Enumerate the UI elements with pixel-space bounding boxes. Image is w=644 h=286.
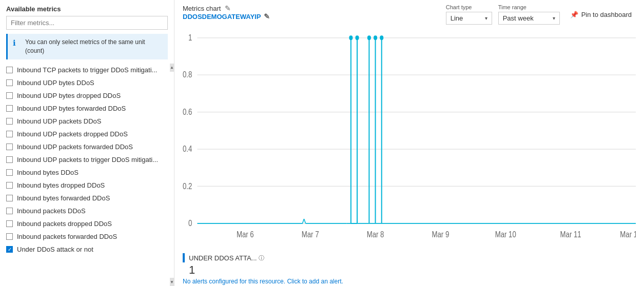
legend-value: 1: [183, 263, 636, 277]
scroll-down-arrow[interactable]: ▼: [170, 278, 174, 286]
info-message: You can only select metrics of the same …: [25, 38, 163, 55]
metric-label: Inbound bytes forwarded DDoS: [17, 194, 110, 202]
info-icon: ℹ: [13, 38, 21, 48]
metric-item[interactable]: Inbound bytes DDoS: [0, 166, 174, 179]
svg-text:Mar 8: Mar 8: [367, 229, 384, 239]
metric-label: Inbound UDP packets DDoS: [17, 117, 102, 125]
chart-subtitle-text: DDOSDEMOGATEWAYIP: [183, 13, 261, 21]
svg-text:0: 0: [188, 218, 192, 228]
metric-item[interactable]: Inbound packets dropped DDoS: [0, 217, 174, 230]
legend-color-bar: [183, 253, 185, 262]
metric-item[interactable]: Inbound packets forwarded DDoS: [0, 230, 174, 243]
left-panel: Available metrics ℹ You can only select …: [0, 0, 174, 286]
svg-text:1: 1: [188, 32, 192, 42]
svg-text:Mar 11: Mar 11: [560, 229, 581, 239]
chart-subtitle-edit-icon[interactable]: ✎: [264, 12, 270, 21]
metric-label: Inbound UDP packets to trigger DDoS miti…: [17, 156, 158, 164]
svg-text:0.4: 0.4: [183, 144, 192, 154]
metric-checkbox[interactable]: [6, 233, 13, 240]
metric-checkbox[interactable]: [6, 182, 13, 189]
metric-item[interactable]: Inbound UDP packets DDoS: [0, 115, 174, 128]
metric-checkbox[interactable]: [6, 105, 13, 112]
chart-type-chevron: ▾: [485, 15, 487, 21]
metric-checkbox[interactable]: [6, 118, 13, 125]
chart-legend: UNDER DDOS ATTA... ⓘ 1 No alerts configu…: [183, 250, 636, 286]
svg-text:0.6: 0.6: [183, 107, 192, 116]
metric-label: Under DDoS attack or not: [17, 246, 93, 253]
legend-label-text: UNDER DDOS ATTA...: [189, 254, 257, 262]
metric-checkbox[interactable]: [6, 169, 13, 176]
metric-checkbox[interactable]: [6, 67, 13, 73]
metric-item[interactable]: Inbound UDP bytes dropped DDoS: [0, 89, 174, 102]
filter-input-wrap: [0, 16, 174, 34]
metric-label: Inbound packets DDoS: [17, 207, 86, 215]
metric-checkbox[interactable]: [6, 92, 13, 99]
metric-label: Inbound packets dropped DDoS: [17, 220, 112, 228]
time-range-label: Time range: [498, 4, 560, 10]
metric-label: Inbound TCP packets to trigger DDoS miti…: [17, 66, 157, 74]
svg-text:0.2: 0.2: [183, 181, 192, 191]
metric-item[interactable]: Under DDoS attack or not: [0, 243, 174, 256]
svg-text:Mar 6: Mar 6: [237, 229, 254, 239]
metric-item[interactable]: Inbound UDP packets dropped DDoS: [0, 128, 174, 140]
pin-to-dashboard-button[interactable]: 📌 Pin to dashboard: [566, 9, 636, 21]
metric-checkbox[interactable]: [6, 156, 13, 163]
metric-label: Inbound UDP bytes forwarded DDoS: [17, 105, 126, 112]
legend-info-icon[interactable]: ⓘ: [259, 254, 264, 262]
metric-checkbox[interactable]: [6, 195, 13, 201]
metric-item[interactable]: Inbound bytes dropped DDoS: [0, 179, 174, 192]
chart-type-select[interactable]: Line ▾: [446, 12, 492, 25]
svg-text:Mar 9: Mar 9: [432, 229, 450, 239]
metrics-list: Inbound TCP packets to trigger DDoS miti…: [0, 64, 174, 286]
metric-item[interactable]: Inbound bytes forwarded DDoS: [0, 192, 174, 205]
time-range-select[interactable]: Past week ▾: [498, 12, 560, 25]
chart-title-text: Metrics chart: [183, 5, 221, 12]
metric-checkbox[interactable]: [6, 144, 13, 150]
time-range-control: Time range Past week ▾: [498, 4, 560, 25]
available-metrics-title: Available metrics: [0, 0, 174, 16]
legend-row: UNDER DDOS ATTA... ⓘ: [183, 253, 636, 262]
metric-checkbox[interactable]: [6, 131, 13, 137]
metric-item[interactable]: Inbound UDP bytes DDoS: [0, 76, 174, 89]
metric-item[interactable]: Inbound TCP packets to trigger DDoS miti…: [0, 64, 174, 76]
time-range-chevron: ▾: [553, 15, 555, 21]
chart-header: Metrics chart ✎ DDOSDEMOGATEWAYIP ✎ Char…: [183, 4, 636, 25]
chart-controls: Chart type Line ▾ Time range Past week ▾…: [446, 4, 636, 25]
chart-area: 1 0.8 0.6 0.4 0.2 0 Mar 6 Mar 7 Mar 8 Ma…: [183, 29, 636, 250]
chart-type-control: Chart type Line ▾: [446, 4, 492, 25]
svg-text:Mar 10: Mar 10: [495, 229, 516, 239]
metric-item[interactable]: Inbound UDP packets forwarded DDoS: [0, 140, 174, 153]
metric-label: Inbound UDP bytes dropped DDoS: [17, 92, 121, 99]
metrics-chart-svg: 1 0.8 0.6 0.4 0.2 0 Mar 6 Mar 7 Mar 8 Ma…: [183, 29, 636, 250]
metric-checkbox[interactable]: [6, 79, 13, 86]
metric-checkbox[interactable]: [6, 246, 13, 253]
chart-title-group: Metrics chart ✎ DDOSDEMOGATEWAYIP ✎: [183, 4, 270, 25]
chart-title: Metrics chart ✎: [183, 4, 270, 12]
svg-point-22: [355, 35, 359, 40]
info-box: ℹ You can only select metrics of the sam…: [6, 34, 168, 59]
svg-point-24: [367, 35, 371, 40]
metric-checkbox[interactable]: [6, 220, 13, 227]
metric-checkbox[interactable]: [6, 208, 13, 214]
pin-icon: 📌: [570, 11, 578, 18]
metric-label: Inbound UDP packets forwarded DDoS: [17, 143, 133, 151]
chart-subtitle: DDOSDEMOGATEWAYIP ✎: [183, 12, 270, 21]
metric-item[interactable]: Inbound UDP packets to trigger DDoS miti…: [0, 153, 174, 166]
svg-text:Mar 12: Mar 12: [620, 229, 636, 239]
metric-item[interactable]: Inbound packets DDoS: [0, 205, 174, 217]
svg-point-20: [349, 35, 353, 40]
svg-point-28: [380, 35, 383, 40]
add-alert-link[interactable]: No alerts configured for this resource. …: [183, 278, 636, 285]
metric-label: Inbound UDP packets dropped DDoS: [17, 130, 128, 138]
chart-type-label: Chart type: [446, 4, 492, 10]
right-panel: Metrics chart ✎ DDOSDEMOGATEWAYIP ✎ Char…: [174, 0, 644, 286]
metric-item[interactable]: Inbound UDP bytes forwarded DDoS: [0, 102, 174, 115]
svg-text:0.8: 0.8: [183, 70, 192, 79]
legend-label: UNDER DDOS ATTA... ⓘ: [189, 254, 264, 262]
chart-title-edit-icon[interactable]: ✎: [225, 4, 231, 12]
filter-metrics-input[interactable]: [6, 16, 168, 30]
pin-label: Pin to dashboard: [581, 11, 632, 18]
metric-label: Inbound packets forwarded DDoS: [17, 233, 117, 240]
scroll-up-arrow[interactable]: ▲: [170, 64, 174, 72]
svg-text:Mar 7: Mar 7: [302, 229, 319, 239]
